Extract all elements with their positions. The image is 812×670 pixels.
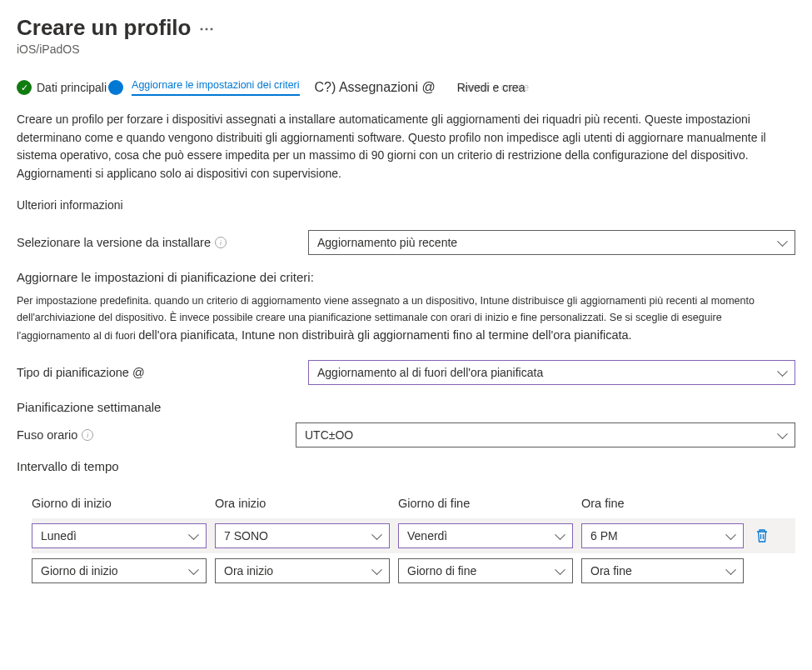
col-start-time: Ora inizio [215,497,390,510]
more-info-link[interactable]: Ulteriori informazioni [17,198,795,212]
title-text: Creare un profilo [17,15,191,41]
info-icon[interactable]: i [215,237,227,248]
schedule-type-select[interactable]: Aggiornamento al di fuori dell'ora piani… [308,360,795,385]
version-row: Selezionare la versione da installare i … [17,230,795,255]
timezone-value: UTC±OO [305,428,353,442]
timezone-row: Fuso orario i UTC±OO [17,422,795,448]
start-time-value: 7 SONO [224,529,268,542]
timezone-label: Fuso orario i [17,428,296,442]
end-time-select[interactable]: 6 PM [581,523,744,548]
col-start-day: Giorno di inizio [32,497,207,510]
col-end-time: Ora fine [581,497,744,510]
start-day-select[interactable]: Lunedì [32,523,207,548]
schedule-settings-desc: Per impostazione predefinita. quando un … [17,292,795,345]
schedule-header-row: Giorno di inizio Ora inizio Giorno di fi… [32,497,795,510]
profile-description: Creare un profilo per forzare i disposit… [17,111,795,183]
timezone-select[interactable]: UTC±OO [296,422,795,448]
end-day-value: Venerdì [407,529,447,542]
subtitle: iOS/iPadOS [17,42,795,56]
start-day-select[interactable]: Giorno di inizio [32,558,207,583]
weekly-schedule-heading: Pianificazione settimanale [17,400,795,414]
start-time-value: Ora inizio [224,564,273,578]
step-basics-label: Dati principali [37,81,107,94]
schedule-row: Giorno di inizio Ora inizio Giorno di fi… [32,553,795,588]
step-update-label: Aggiornare le impostazioni dei criteri [132,79,299,96]
schedule-settings-heading: Aggiornare le impostazioni di pianificaz… [17,270,795,284]
schedule-row: Lunedì 7 SONO Venerdì 6 PM [32,518,795,553]
end-day-select[interactable]: Giorno di fine [398,558,573,583]
col-end-day: Giorno di fine [398,497,573,510]
wizard-steps: Dati principali Aggiornare le impostazio… [17,79,795,96]
check-icon [17,80,32,95]
version-label: Selezionare la versione da installare i [17,236,308,249]
timezone-label-text: Fuso orario [17,428,77,442]
interval-heading: Intervallo di tempo [17,459,795,473]
delete-row-button[interactable] [752,528,772,543]
step-update-settings[interactable]: Aggiornare le impostazioni dei criteri [132,79,299,96]
start-time-select[interactable]: 7 SONO [215,523,390,548]
end-day-value: Giorno di fine [407,564,476,578]
end-day-select[interactable]: Venerdì [398,523,573,548]
step-active-icon [108,80,123,95]
end-time-value: Ora fine [590,564,632,578]
step-assignments-label: C?) Assegnazioni @ [315,80,436,95]
schedule-type-row: Tipo di pianificazione @ Aggiornamento a… [17,360,795,385]
page-title: Creare un profilo ⋯ [17,15,795,41]
info-icon[interactable]: i [82,429,93,441]
end-time-select[interactable]: Ora fine [581,558,744,583]
end-time-value: 6 PM [590,529,618,542]
step-assignments[interactable]: C?) Assegnazioni @ [315,80,436,95]
trash-icon [755,528,769,543]
step-review-overlay: Rivedi e crea [457,81,526,94]
schedule-type-label: Tipo di pianificazione @ [17,366,308,379]
more-icon[interactable]: ⋯ [199,19,215,38]
schedule-table: Giorno di inizio Ora inizio Giorno di fi… [32,497,795,588]
step-basics[interactable]: Dati principali [17,80,123,95]
version-select[interactable]: Aggiornamento più recente [308,230,795,255]
start-time-select[interactable]: Ora inizio [215,558,390,583]
start-day-value: Giorno di inizio [41,564,118,578]
start-day-value: Lunedì [41,529,77,542]
version-label-text: Selezionare la versione da installare [17,236,211,249]
step-review[interactable]: Rivedi e crea Review + create [457,82,529,93]
version-select-value: Aggiornamento più recente [317,236,457,249]
schedule-desc-big: dell'ora pianificata, Intune non distrib… [138,328,631,342]
schedule-type-value: Aggiornamento al di fuori dell'ora piani… [317,366,543,379]
